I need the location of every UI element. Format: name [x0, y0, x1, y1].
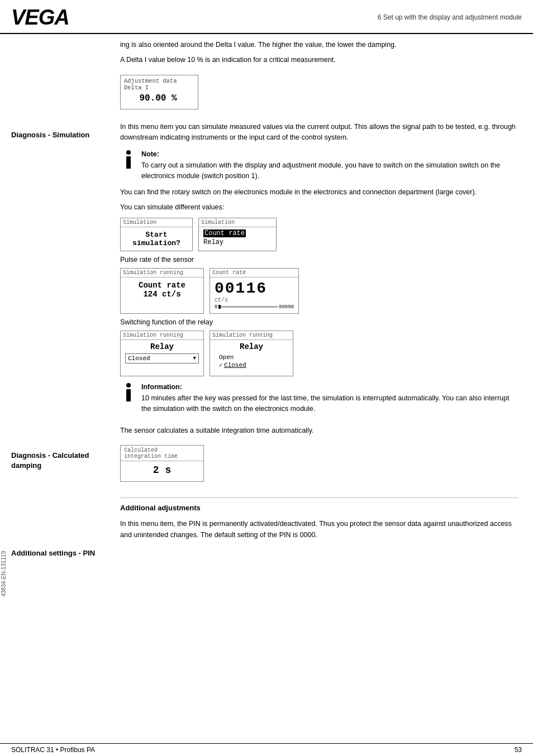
simulation-boxes-row: Simulation Start simulation? Simulation … [120, 218, 518, 251]
left-margin: 43834-EN-131119 Diagnosis - Simulation D… [0, 34, 120, 590]
info-content: Information: 10 minutes after the key wa… [141, 382, 518, 414]
main-content: ing is also oriented around the Delta I … [120, 34, 533, 590]
adjustment-screen: Adjustment data Delta I 90.00 % [120, 75, 198, 109]
sim-header-1: Simulation [121, 218, 192, 227]
dropdown-arrow: ▼ [193, 356, 196, 361]
sim-running-row: Simulation running Count rate 124 ct/s C… [120, 268, 518, 314]
relay-body-2: Relay Open ✓ Closed [210, 340, 293, 376]
sim-box-select: Simulation Count rate Relay [198, 218, 277, 251]
footer-right: 53 [515, 746, 522, 754]
note-text1: To carry out a simulation with the displ… [141, 160, 518, 181]
chapter-title: 6 Set up with the display and adjustment… [378, 6, 522, 21]
info-box: Information: 10 minutes after the key wa… [120, 382, 518, 414]
footer-left: SOLITRAC 31 • Profibus PA [11, 746, 95, 754]
page-footer: SOLITRAC 31 • Profibus PA 53 [0, 743, 533, 756]
note-text2: You can find the rotary switch on the el… [120, 187, 518, 198]
count-rate-display: Count rate 00116 ct/s 0 99999 [210, 268, 299, 314]
count-rate-body: 00116 ct/s 0 99999 [210, 277, 298, 313]
sidebar-rotated-label: 43834-EN-131119 [1, 551, 7, 597]
diagnosis-damping-desc: The sensor calculates a suitable integra… [120, 425, 518, 436]
sidebar-label: 43834-EN-131119 [0, 341, 1, 430]
section-label-diagnosis-simulation: Diagnosis - Simulation [11, 130, 111, 140]
calc-screen: Calculated integration time 2 s [120, 445, 204, 482]
info-text: 10 minutes after the key was pressed for… [141, 393, 518, 414]
intro-para: ing is also oriented around the Delta I … [120, 40, 518, 50]
relay-row: Simulation running Relay Closed ▼ Simula… [120, 331, 518, 376]
switching-label: Switching function of the relay [120, 318, 518, 326]
relay-options: Open ✓ Closed [215, 351, 288, 372]
calc-body: 2 s [121, 461, 203, 481]
info-icon [120, 382, 137, 401]
relay-header-1: Simulation running [121, 331, 203, 340]
sim-body-2: Count rate Relay [199, 227, 276, 248]
relay-box-2: Simulation running Relay Open ✓ Closed [210, 331, 293, 376]
diagnosis-sim-desc: In this menu item you can simulate measu… [120, 122, 518, 143]
relay-opt-open: Open [219, 353, 284, 361]
page-header: VEGA 6 Set up with the display and adjus… [0, 0, 533, 34]
relay-box-1: Simulation running Relay Closed ▼ [120, 331, 204, 376]
relay-dropdown[interactable]: Closed ▼ [125, 353, 199, 363]
count-rate-unit: ct/s [215, 297, 294, 303]
note-box: Note: To carry out a simulation with the… [120, 149, 518, 181]
slider-track [218, 306, 278, 308]
relay-body-1: Relay Closed ▼ [121, 340, 203, 367]
note-icon [120, 149, 137, 169]
relay-opt-closed: ✓ Closed [219, 361, 284, 369]
pulse-label: Pulse rate of the sensor [120, 256, 518, 264]
logo: VEGA [11, 6, 69, 30]
sim-running-header: Simulation running [121, 269, 203, 277]
sim-header-2: Simulation [199, 218, 276, 227]
page-content: 43834-EN-131119 Diagnosis - Simulation D… [0, 34, 533, 590]
delta-note: A Delta I value below 10 % is an indicat… [120, 55, 518, 65]
divider [120, 497, 518, 498]
section-label-diagnosis-damping: Diagnosis - Calculated damping [11, 451, 111, 471]
note-title: Note: [141, 149, 518, 160]
info-title: Information: [141, 382, 518, 393]
count-rate-value: 00116 [215, 280, 294, 297]
note-content: Note: To carry out a simulation with the… [141, 149, 518, 181]
additional-adjustments-heading: Additional adjustments [120, 504, 518, 512]
calc-header: Calculated integration time [121, 446, 203, 461]
sim-selected-count-rate: Count rate [203, 229, 246, 237]
sim-option-relay: Relay [203, 238, 272, 246]
count-rate-header: Count rate [210, 269, 298, 277]
sim-box-start: Simulation Start simulation? [120, 218, 193, 251]
section-label-additional-pin: Additional settings - PIN [11, 548, 111, 558]
note-text3: You can simulate different values: [120, 202, 518, 213]
sim-body-1: Start simulation? [121, 227, 192, 251]
count-rate-slider: 0 99999 [215, 304, 294, 310]
checkmark-icon: ✓ [219, 362, 222, 369]
sim-running-body: Count rate 124 ct/s [121, 277, 203, 302]
sim-running-box: Simulation running Count rate 124 ct/s [120, 268, 204, 314]
relay-header-2: Simulation running [210, 331, 293, 340]
additional-pin-desc: In this menu item, the PIN is permanentl… [120, 519, 518, 540]
